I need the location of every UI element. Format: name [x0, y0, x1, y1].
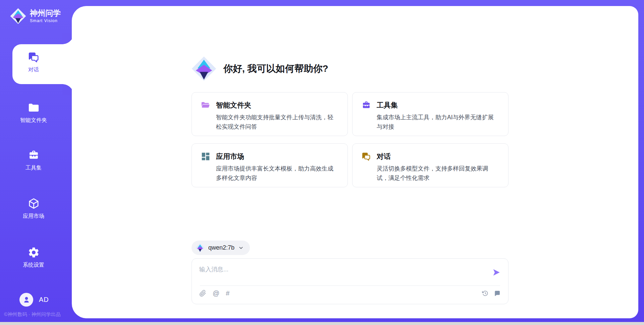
sidebar-item-app-market[interactable]: 应用市场: [0, 197, 67, 220]
logo-diamond-icon: [196, 243, 205, 252]
brand-name: 神州问学: [30, 9, 61, 17]
card-toolset[interactable]: 工具集 集成市场上主流工具，助力AI与外界无缝扩展与对接: [352, 92, 508, 136]
logo-diamond-icon: [10, 8, 26, 24]
sidebar-item-chat[interactable]: 对话: [0, 51, 67, 73]
app-logo: 神州问学 Smart Vision: [10, 8, 61, 24]
model-selector[interactable]: qwen2:7b: [192, 241, 250, 255]
greeting-title: 你好, 我可以如何帮助你?: [223, 62, 328, 75]
main-panel: 你好, 我可以如何帮助你? 智能文件夹 智能文件夹功能支持批量文件上传与清洗，轻…: [72, 6, 638, 318]
card-title: 对话: [377, 152, 391, 161]
briefcase-icon: [28, 149, 40, 161]
attachment-icon[interactable]: [199, 290, 206, 297]
chat-icon: [28, 51, 40, 63]
mention-icon[interactable]: @: [213, 290, 219, 297]
comment-icon[interactable]: [494, 290, 501, 297]
sidebar-item-label: 工具集: [25, 165, 42, 172]
card-app-market[interactable]: 应用市场 应用市场提供丰富长文本模板，助力高效生成多样化文章内容: [192, 143, 348, 187]
greeting-block: 你好, 我可以如何帮助你?: [192, 56, 508, 81]
cube-icon: [28, 197, 40, 210]
send-icon[interactable]: [492, 268, 501, 277]
card-title: 工具集: [377, 101, 398, 110]
card-description: 灵活切换多模型文件，支持多样回复效果调试，满足个性化需求: [377, 164, 499, 183]
sidebar: 神州问学 Smart Vision 对话 智能文件夹 工具集: [0, 0, 72, 322]
feature-cards: 智能文件夹 智能文件夹功能支持批量文件上传与清洗，轻松实现文件问答 工具集 集成…: [192, 92, 508, 187]
avatar: [19, 293, 33, 307]
main-content: 你好, 我可以如何帮助你? 智能文件夹 智能文件夹功能支持批量文件上传与清洗，轻…: [192, 6, 508, 304]
sidebar-item-settings[interactable]: 系统设置: [0, 246, 67, 269]
model-selector-row: qwen2:7b: [192, 241, 508, 255]
user-icon: [22, 296, 31, 304]
model-name: qwen2:7b: [208, 244, 234, 251]
history-icon[interactable]: [482, 290, 489, 297]
copyright-footer: ©神州数码 · 神州问学出品: [4, 311, 69, 318]
logo-diamond-icon: [192, 56, 216, 81]
briefcase-icon: [361, 100, 371, 110]
gear-icon: [28, 246, 40, 259]
sidebar-item-label: 对话: [28, 66, 39, 73]
folder-open-icon: [201, 100, 211, 110]
sidebar-item-label: 系统设置: [23, 262, 44, 269]
card-title: 智能文件夹: [216, 101, 251, 110]
brand-subtitle: Smart Vision: [30, 18, 61, 23]
sidebar-item-label: 智能文件夹: [20, 117, 47, 124]
folder-icon: [28, 102, 40, 114]
sidebar-item-smart-folder[interactable]: 智能文件夹: [0, 102, 67, 124]
sidebar-item-toolset[interactable]: 工具集: [0, 149, 67, 172]
card-chat[interactable]: 对话 灵活切换多模型文件，支持多样回复效果调试，满足个性化需求: [352, 143, 508, 187]
sidebar-item-label: 应用市场: [23, 213, 44, 220]
hash-icon[interactable]: #: [226, 290, 229, 297]
card-smart-folder[interactable]: 智能文件夹 智能文件夹功能支持批量文件上传与清洗，轻松实现文件问答: [192, 92, 348, 136]
card-description: 智能文件夹功能支持批量文件上传与清洗，轻松实现文件问答: [216, 113, 339, 131]
grid-icon: [201, 151, 211, 161]
message-input[interactable]: [199, 263, 488, 283]
user-profile[interactable]: AD: [19, 293, 49, 307]
screen-bottom-strip: [0, 322, 644, 325]
card-title: 应用市场: [216, 152, 244, 161]
message-composer: @ #: [192, 258, 508, 304]
chat-icon: [361, 151, 371, 161]
chevron-down-icon: [238, 245, 244, 251]
user-name: AD: [39, 296, 49, 304]
card-description: 应用市场提供丰富长文本模板，助力高效生成多样化文章内容: [216, 164, 339, 183]
card-description: 集成市场上主流工具，助力AI与外界无缝扩展与对接: [377, 113, 499, 131]
